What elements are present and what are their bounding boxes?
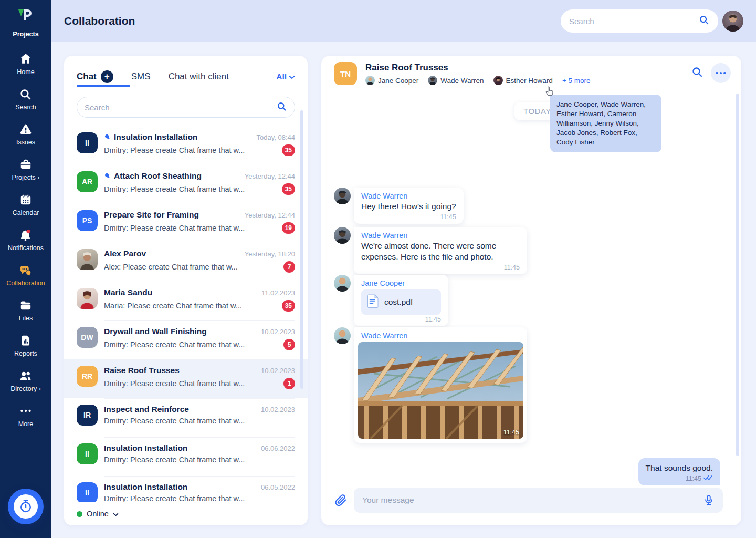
online-status-dot xyxy=(77,511,82,517)
message-avatar[interactable] xyxy=(334,227,351,244)
avatar: PS xyxy=(77,210,98,231)
sidebar-item-more[interactable]: More xyxy=(18,404,33,428)
filter-dropdown[interactable]: All xyxy=(276,72,295,81)
chevron-down-icon[interactable] xyxy=(113,509,119,519)
sidebar-item-directory[interactable]: Directory › xyxy=(10,368,41,392)
chat-list-item[interactable]: IR Inspect and Reinforce 10.02.2023 Dmit… xyxy=(64,398,308,437)
roof-trusses-photo[interactable]: 11:45 xyxy=(358,342,523,439)
message-avatar[interactable] xyxy=(334,327,351,344)
message-text: That sounds good. xyxy=(646,463,713,474)
sidebar-item-collaboration[interactable]: Collaboration xyxy=(6,263,45,287)
message-author[interactable]: Jane Cooper xyxy=(361,279,441,287)
message: Jane Cooper cost.pdf 11:45 xyxy=(334,275,448,326)
chat-list-item[interactable]: AR Attach Roof Sheathing Yesterday, 12:4… xyxy=(64,165,308,204)
warning-icon xyxy=(19,122,33,137)
tab-chat[interactable]: Chat + xyxy=(77,67,113,86)
chat-list-item-selected[interactable]: RR Raise Roof Trusses 10.02.2023 Dmitry:… xyxy=(64,359,308,398)
sidebar-item-search[interactable]: Search xyxy=(15,87,36,111)
microphone-icon[interactable] xyxy=(703,494,715,506)
search-icon xyxy=(19,87,32,101)
avatar: IR xyxy=(77,405,98,426)
folder-icon xyxy=(19,298,33,313)
chat-list-item[interactable]: Alex Parov Yesterday, 18:20 Alex: Please… xyxy=(64,243,308,282)
bell-icon xyxy=(18,227,33,242)
global-search[interactable] xyxy=(561,9,718,33)
participant-avatar xyxy=(428,76,437,85)
sidebar-item-home[interactable]: Home xyxy=(17,51,34,76)
chat-list-item[interactable]: Maria Sandu 11.02.2023 Maria: Please cre… xyxy=(64,282,308,320)
message-author[interactable]: Wade Warren xyxy=(358,332,523,340)
sidebar-item-calendar[interactable]: Calendar xyxy=(13,192,39,216)
message: Wade Warren Hey there! How’s it going? 1… xyxy=(334,188,464,224)
messages-area: TODAY Jane Cooper, Wade Warren, Esther H… xyxy=(321,90,741,525)
chat-bubbles-icon xyxy=(18,263,33,277)
chat-list-item[interactable]: II Insulation Installation 06.06.2022 Dm… xyxy=(64,437,308,476)
conversation-scrollbar[interactable] xyxy=(736,94,739,456)
app-logo[interactable]: Projects xyxy=(13,6,38,38)
chat-search-input[interactable] xyxy=(85,103,276,112)
unread-badge: 1 xyxy=(284,378,295,389)
page-title: Collaboration xyxy=(64,15,135,27)
attach-file-icon[interactable] xyxy=(334,494,348,507)
chat-search[interactable] xyxy=(77,97,295,118)
more-participants-link[interactable]: + 5 more xyxy=(562,77,591,85)
participant[interactable]: Esther Howard xyxy=(494,76,553,85)
home-icon xyxy=(19,51,33,66)
conversation-actions xyxy=(691,63,731,83)
stopwatch-icon xyxy=(14,494,38,519)
sidebar-nav: Home Search Issues Projects › Calendar N… xyxy=(6,51,45,439)
search-icon[interactable] xyxy=(276,101,287,114)
message-time: 11:45 xyxy=(361,213,456,221)
message-text: Hey there! How’s it going? xyxy=(361,201,456,212)
chat-list-item[interactable]: DW Drywall and Wall Finishing 10.02.2023… xyxy=(64,320,308,359)
message-input[interactable] xyxy=(362,495,703,505)
unread-badge: 19 xyxy=(282,222,295,234)
message-author[interactable]: Wade Warren xyxy=(361,231,520,240)
tab-chat-with-client[interactable]: Chat with client xyxy=(169,67,229,86)
sidebar-item-projects[interactable]: Projects › xyxy=(12,157,40,181)
conversation-avatar: TN xyxy=(334,62,357,85)
global-search-input[interactable] xyxy=(569,17,698,26)
message-avatar[interactable] xyxy=(334,188,351,204)
avatar: II xyxy=(77,482,98,503)
avatar: II xyxy=(77,132,98,153)
search-in-chat-icon[interactable] xyxy=(691,66,704,80)
chat-list-item[interactable]: II Insulation Installation Today, 08:44 … xyxy=(64,126,308,165)
chat-list-panel: Chat + SMS Chat with client All II Insul… xyxy=(64,56,308,525)
chat-menu-button[interactable] xyxy=(711,63,731,83)
user-avatar[interactable] xyxy=(722,11,743,32)
top-header: Collaboration xyxy=(51,0,756,42)
message-author[interactable]: Wade Warren xyxy=(361,192,456,200)
message-avatar[interactable] xyxy=(334,275,351,292)
chevron-right-icon: › xyxy=(37,174,39,181)
search-icon[interactable] xyxy=(698,14,710,28)
unread-badge: 35 xyxy=(282,144,295,156)
chat-list-item[interactable]: PS Prepare Site for Framing Yesterday, 1… xyxy=(64,204,308,243)
avatar: RR xyxy=(77,366,98,387)
avatar: DW xyxy=(77,327,98,348)
sidebar-item-reports[interactable]: Reports xyxy=(14,333,37,357)
tab-sms[interactable]: SMS xyxy=(131,67,151,86)
add-chat-button[interactable]: + xyxy=(101,70,113,83)
unread-badge: 7 xyxy=(284,261,295,273)
chevron-down-icon xyxy=(289,72,295,81)
pin-icon xyxy=(104,172,111,180)
chat-list-scrollbar[interactable] xyxy=(300,110,303,389)
conversation-title: Raise Roof Trusses xyxy=(365,63,448,73)
sidebar: Projects Home Search Issues Projects › C… xyxy=(0,0,51,538)
message-time: 11:45 xyxy=(361,316,441,323)
avatar xyxy=(77,249,98,270)
file-attachment[interactable]: cost.pdf xyxy=(361,289,441,315)
participant[interactable]: Jane Cooper xyxy=(365,76,418,85)
sidebar-item-issues[interactable]: Issues xyxy=(16,122,35,146)
participant[interactable]: Wade Warren xyxy=(428,76,484,85)
logo-label: Projects xyxy=(13,30,38,38)
outgoing-message: That sounds good. 11:45 xyxy=(638,458,720,485)
more-dots-icon xyxy=(19,404,33,418)
participants-tooltip: Jane Cooper, Wade Warren, Esther Howard,… xyxy=(550,95,662,152)
calendar-icon xyxy=(19,192,33,207)
sidebar-item-notifications[interactable]: Notifications xyxy=(8,227,44,252)
timer-fab-button[interactable] xyxy=(8,489,44,524)
sidebar-item-files[interactable]: Files xyxy=(19,298,33,322)
message-input-field[interactable] xyxy=(354,488,723,513)
